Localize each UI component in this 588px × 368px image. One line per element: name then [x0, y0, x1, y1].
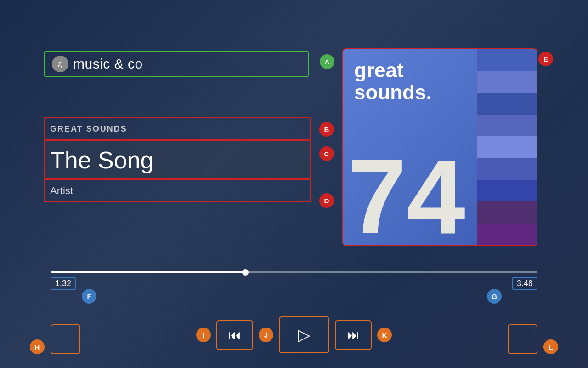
prev-icon: ⏮ — [228, 328, 241, 343]
album-box: GREAT SOUNDS — [44, 117, 311, 140]
current-time: 1:32 — [51, 277, 76, 290]
badge-e: E — [538, 52, 553, 66]
song-title: The Song — [50, 146, 154, 174]
badge-k: K — [377, 328, 392, 342]
badge-d: D — [319, 193, 334, 208]
badge-b: B — [319, 122, 334, 137]
prev-button[interactable]: ⏮ — [216, 320, 253, 350]
next-button[interactable]: ⏭ — [335, 320, 372, 350]
next-icon: ⏭ — [347, 328, 360, 343]
top-bar: ♫ music & co — [44, 51, 309, 77]
album-art-inner: great sounds. 74 — [343, 49, 537, 245]
total-time: 3:48 — [512, 277, 537, 290]
artist-name: Artist — [50, 185, 73, 197]
artist-box: Artist — [44, 179, 311, 202]
song-box: The Song — [44, 140, 311, 179]
album-art-title: great sounds. — [354, 59, 432, 104]
app-name-text: music & co — [73, 56, 143, 72]
album-label: GREAT SOUNDS — [50, 124, 127, 134]
progress-track[interactable] — [51, 271, 537, 273]
badge-i: I — [196, 328, 211, 342]
badge-g: G — [487, 289, 502, 304]
time-row: 1:32 3:48 — [51, 277, 537, 290]
music-icon: ♫ — [52, 56, 68, 72]
album-number: 74 — [348, 144, 465, 246]
play-button[interactable]: ▷ — [279, 316, 329, 353]
info-section: GREAT SOUNDS The Song Artist — [44, 117, 311, 202]
badge-f: F — [82, 289, 96, 304]
extra-right-button[interactable] — [508, 324, 537, 354]
badge-h: H — [30, 339, 45, 354]
playback-controls: I ⏮ J ▷ ⏭ K — [196, 316, 392, 353]
album-art: great sounds. 74 — [342, 48, 537, 246]
badge-j: J — [259, 328, 273, 342]
album-bars — [477, 49, 537, 245]
progress-section[interactable]: 1:32 3:48 — [51, 271, 537, 290]
badge-c: C — [319, 146, 334, 161]
play-icon: ▷ — [298, 325, 311, 345]
progress-thumb[interactable] — [242, 269, 249, 276]
app-name-box[interactable]: ♫ music & co — [44, 51, 309, 77]
extra-left-button[interactable] — [51, 324, 80, 354]
badge-l: L — [543, 339, 558, 354]
progress-fill — [51, 271, 245, 273]
badge-a: A — [320, 54, 334, 69]
